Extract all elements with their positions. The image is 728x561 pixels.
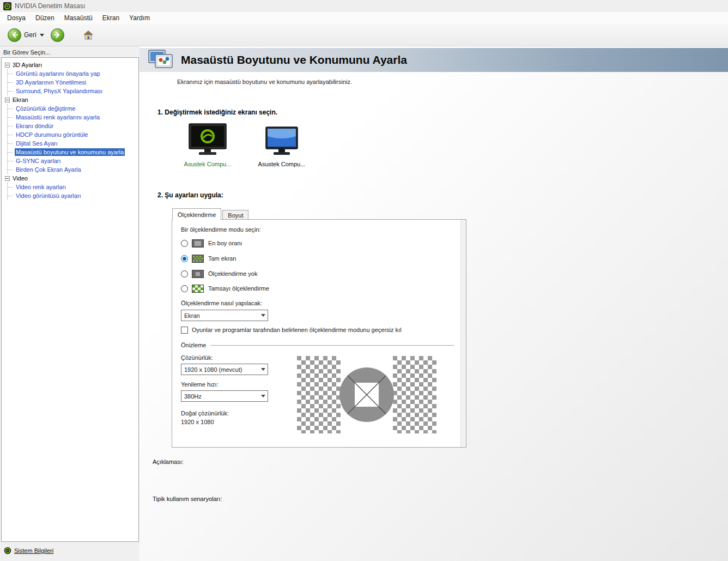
resolution-label: Çözünürlük:: [181, 354, 213, 361]
back-button[interactable]: Geri: [4, 27, 47, 43]
scaling-mode-label: Bir ölçeklendirme modu seçin:: [181, 226, 261, 233]
radio-icon-checked: [181, 255, 188, 262]
tab-strip: Ölçeklendirme Boyut: [172, 208, 466, 220]
page-header-band: Masaüstü Boyutunu ve Konumunu Ayarla: [139, 48, 728, 72]
refresh-rate-value: 380Hz: [181, 393, 259, 400]
radio-icon: [181, 285, 188, 292]
back-button-label: Geri: [24, 31, 37, 39]
option-label: Tam ekran: [208, 255, 236, 262]
description-label: Açıklaması:: [153, 459, 184, 465]
step2-heading: 2. Şu ayarları uygula:: [157, 191, 223, 199]
chevron-down-icon: [259, 310, 268, 321]
resolution-dropdown[interactable]: 1920 x 1080 (mevcut): [181, 364, 268, 375]
sidebar-item-3d-ayarlarinin-yonetilmesi[interactable]: 3D Ayarlarının Yönetilmesi: [8, 78, 137, 87]
display-label: Asustek Compu...: [258, 161, 306, 167]
tab-olceklendirme[interactable]: Ölçeklendirme: [172, 208, 221, 220]
scaling-method-label: Ölçeklendirme nasıl yapılacak:: [181, 300, 262, 306]
display-generic-monitor[interactable]: Asustek Compu...: [245, 120, 319, 167]
collapse-box-icon[interactable]: [5, 63, 10, 68]
display-label: Asustek Compu...: [184, 161, 232, 167]
radio-icon: [181, 240, 188, 247]
sidebar-item-masaustu-renk-ayarlarini-ayarla[interactable]: Masaüstü renk ayarlarını ayarla: [8, 113, 137, 122]
generic-monitor-icon: [265, 120, 299, 156]
collapse-box-icon[interactable]: [5, 98, 10, 102]
sidebar-item-g-sync-ayarlari[interactable]: G-SYNC ayarları: [8, 156, 137, 165]
refresh-rate-label: Yenileme hızı:: [181, 381, 219, 388]
sidebar-item-masaustu-boyutunu-ve-konumunu-ayarla[interactable]: Masaüstü boyutunu ve konumunu ayarla: [8, 148, 137, 156]
menu-ekran[interactable]: Ekran: [98, 12, 124, 24]
main-content: Masaüstü Boyutunu ve Konumunu Ayarla Ekr…: [139, 46, 728, 561]
override-scaling-checkbox[interactable]: Oyunlar ve programlar tarafından belirle…: [181, 325, 402, 334]
tab-boyut[interactable]: Boyut: [222, 210, 248, 220]
group-label: 3D Ayarları: [13, 62, 42, 68]
usage-scenarios-label: Tipik kullanım senaryoları:: [153, 496, 222, 502]
back-dropdown-caret-icon[interactable]: [40, 34, 44, 37]
fullscreen-icon: [192, 255, 204, 263]
sidebar-item-hdcp-durumunu-goruntule[interactable]: HDCP durumunu görüntüle: [8, 130, 137, 139]
native-resolution-label: Doğal çözünürlük:: [181, 410, 229, 417]
aspect-ratio-icon: [192, 239, 204, 248]
sidebar-group-ekran[interactable]: Ekran: [3, 95, 137, 104]
group-label: Ekran: [13, 96, 28, 103]
back-arrow-icon: [8, 28, 21, 42]
sidebar-item-ekrani-dondur[interactable]: Ekranı döndür: [8, 122, 137, 130]
refresh-rate-dropdown[interactable]: 380Hz: [181, 390, 268, 402]
integer-scaling-icon: [192, 285, 204, 293]
sidebar-header: Bir Görev Seçin...: [3, 49, 50, 56]
scaling-method-dropdown[interactable]: Ekran: [181, 310, 268, 321]
panel-scrollbar[interactable]: [460, 220, 466, 447]
step1-heading: 1. Değiştirmek istediğiniz ekranı seçin.: [157, 108, 277, 116]
collapse-box-icon[interactable]: [5, 176, 10, 181]
no-scaling-icon: [192, 270, 204, 278]
option-label: En boy oranı: [208, 240, 242, 246]
sidebar-group-video[interactable]: Video: [3, 174, 137, 183]
sidebar-item-video-renk-ayarlari[interactable]: Video renk ayarları: [8, 183, 137, 191]
chevron-down-icon: [259, 391, 268, 401]
menu-masaustu[interactable]: Masaüstü: [59, 12, 98, 24]
option-label: Tamsayı ölçeklendirme: [208, 285, 269, 292]
radio-en-boy-orani[interactable]: En boy oranı: [181, 237, 242, 249]
radio-tamsayi-olceklendirme[interactable]: Tamsayı ölçeklendirme: [181, 282, 269, 294]
sidebar-item-cozunurluk-degistirme[interactable]: Çözünürlük değiştirme: [8, 104, 137, 113]
toolbar: Geri: [0, 24, 728, 46]
override-label: Oyunlar ve programlar tarafından belirle…: [192, 327, 402, 333]
display-selector: Asustek Compu... Asustek Compu...: [171, 120, 319, 167]
divider-line: [210, 345, 454, 346]
chevron-down-icon: [259, 364, 268, 375]
page-subtitle: Ekranınız için masaüstü boyutunu ve konu…: [177, 79, 352, 85]
sidebar-group-3d-ayarlari[interactable]: 3D Ayarları: [3, 61, 137, 69]
system-info-icon: [4, 547, 11, 554]
nvidia-monitor-icon: [188, 120, 227, 156]
window-title: NVIDIA Denetim Masası: [15, 2, 85, 10]
resolution-value: 1920 x 1080 (mevcut): [181, 366, 259, 373]
preview-section-label: Önizleme: [181, 342, 206, 348]
home-icon: [83, 30, 94, 40]
forward-button[interactable]: [51, 28, 64, 42]
group-label: Video: [13, 175, 28, 182]
sidebar-item-goruntu-ayarlarini-onayarla-yap[interactable]: Görüntü ayarlarını önayarla yap: [8, 69, 137, 78]
sidebar-item-surround-physx-yapilandirmasi[interactable]: Surround, PhysX Yapılandırması: [8, 87, 137, 95]
home-button[interactable]: [80, 27, 97, 43]
scaling-preview-image: [297, 356, 436, 433]
radio-icon: [181, 270, 188, 278]
radio-olceklendirme-yok[interactable]: Ölçeklendirme yok: [181, 268, 257, 280]
sidebar-item-birden-cok-ekran-ayarla[interactable]: Birden Çok Ekran Ayarla: [8, 165, 137, 174]
scaling-method-value: Ekran: [181, 312, 259, 319]
system-info-link[interactable]: Sistem Bilgileri: [4, 547, 53, 554]
nvidia-logo-icon: [3, 2, 11, 10]
scaling-tab-panel: Bir ölçeklendirme modu seçin: En boy ora…: [172, 219, 466, 448]
radio-tam-ekran[interactable]: Tam ekran: [181, 252, 236, 264]
sidebar-item-video-goruntusu-ayarlari[interactable]: Video görüntüsü ayarları: [8, 191, 137, 200]
title-bar: NVIDIA Denetim Masası: [0, 0, 728, 12]
menu-dosya[interactable]: Dosya: [2, 12, 31, 24]
menu-bar: Dosya Düzen Masaüstü Ekran Yardım: [0, 12, 728, 24]
page-title: Masaüstü Boyutunu ve Konumunu Ayarla: [181, 53, 407, 67]
task-tree-panel: 3D Ayarları Görüntü ayarlarını önayarla …: [1, 57, 139, 542]
menu-duzen[interactable]: Düzen: [31, 12, 59, 24]
checkbox-icon: [181, 327, 188, 334]
native-resolution-value: 1920 x 1080: [181, 419, 214, 425]
menu-yardim[interactable]: Yardım: [124, 12, 155, 24]
sidebar-item-dijital-ses-ayari[interactable]: Dijital Ses Ayarı: [8, 139, 137, 148]
display-nvidia-monitor[interactable]: Asustek Compu...: [171, 120, 245, 167]
display-settings-icon: [148, 50, 173, 70]
